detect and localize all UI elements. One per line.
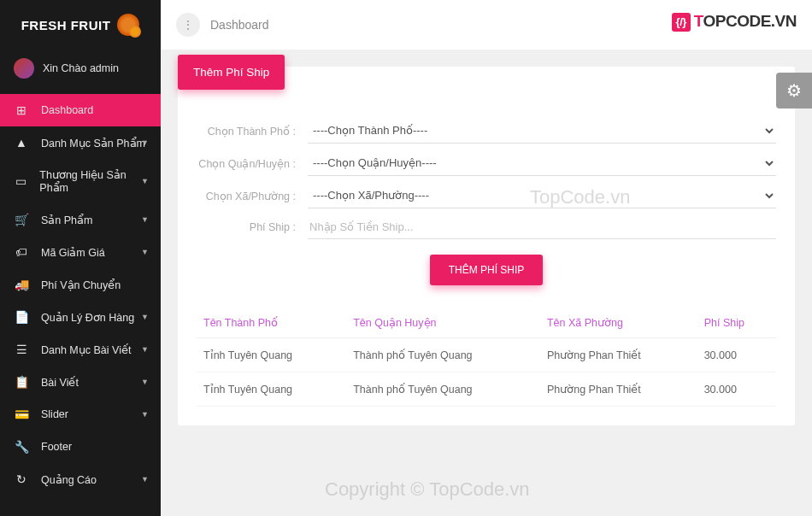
nav-icon: 📋 — [14, 375, 29, 389]
table-header: Tên Xã Phường — [540, 308, 697, 338]
topbar: ⋮ Dashboard {/}TOPCODE.VN — [161, 0, 812, 50]
sidebar-item-7[interactable]: ☰Danh Mục Bài Viết▼ — [0, 333, 161, 366]
nav-label: Danh Mục Bài Viết — [41, 343, 131, 356]
nav-label: Sản Phẩm — [41, 214, 92, 226]
brand-text: FRESH FRUIT — [21, 18, 111, 32]
nav-icon: ▲ — [14, 136, 29, 150]
table-row: Tỉnh Tuyên QuangThành phố Tuyên QuangPhư… — [197, 338, 776, 372]
chevron-down-icon: ▼ — [141, 138, 149, 147]
chevron-down-icon: ▼ — [141, 345, 149, 354]
ship-fee-input[interactable] — [308, 215, 776, 239]
sidebar-item-6[interactable]: 📄Quản Lý Đơn Hàng▼ — [0, 301, 161, 333]
sidebar-item-11[interactable]: ↻Quảng Cáo▼ — [0, 463, 161, 495]
nav-label: Bài Viết — [41, 376, 79, 389]
form: Chọn Thành Phố :----Chọn Thành Phố----Ch… — [197, 118, 776, 285]
card: Thêm Phí Ship Chọn Thành Phố :----Chọn T… — [178, 67, 795, 425]
table-cell: Tỉnh Tuyên Quang — [197, 338, 346, 372]
chevron-down-icon: ▼ — [141, 410, 149, 419]
nav-icon: 🚚 — [14, 278, 29, 291]
sidebar-item-2[interactable]: ▭Thương Hiệu Sản Phẩm▼ — [0, 159, 161, 203]
chevron-down-icon: ▼ — [141, 313, 149, 321]
chevron-down-icon: ▼ — [141, 378, 149, 386]
chevron-down-icon: ▼ — [141, 248, 149, 256]
table-cell: Tỉnh Tuyên Quang — [197, 372, 346, 407]
sidebar: FRESH FRUIT Xin Chào admin ⊞Dashboard▲Da… — [0, 0, 161, 516]
form-row: Chọn Thành Phố :----Chọn Thành Phố---- — [197, 118, 776, 144]
nav-label: Footer — [41, 441, 72, 453]
form-label: Chọn Xã/Phường : — [197, 190, 308, 202]
nav-icon: 💳 — [14, 408, 29, 421]
table-cell: 30.000 — [697, 338, 776, 372]
user-greeting: Xin Chào admin — [0, 50, 161, 87]
chevron-down-icon: ▼ — [141, 177, 149, 185]
nav-label: Danh Mục Sản Phẩm — [41, 137, 145, 150]
nav-label: Phí Vận Chuyển — [41, 279, 121, 291]
logo-text: OPCODE.VN — [703, 12, 797, 30]
nav-label: Dashboard — [41, 104, 93, 116]
table-header: Tên Thành Phố — [197, 308, 346, 338]
code-icon: {/} — [672, 13, 691, 32]
brand: FRESH FRUIT — [0, 0, 161, 50]
nav-label: Quảng Cáo — [41, 473, 97, 486]
page-title: Dashboard — [210, 18, 269, 32]
table-header: Tên Quận Huyện — [346, 308, 540, 338]
greeting-text: Xin Chào admin — [43, 62, 119, 74]
select-2[interactable]: ----Chọn Xã/Phường---- — [308, 183, 776, 208]
more-icon[interactable]: ⋮ — [176, 13, 200, 37]
select-0[interactable]: ----Chọn Thành Phố---- — [308, 118, 776, 144]
gear-icon[interactable]: ⚙ — [776, 73, 812, 108]
select-1[interactable]: ----Chọn Quận/Huyện---- — [308, 150, 776, 176]
table-cell: 30.000 — [697, 372, 776, 407]
sidebar-item-9[interactable]: 💳Slider▼ — [0, 398, 161, 431]
site-logo: {/}TOPCODE.VN — [672, 12, 797, 32]
nav-icon: 🏷 — [14, 245, 29, 259]
nav-icon: 🔧 — [14, 440, 29, 454]
avatar — [14, 58, 34, 79]
nav: ⊞Dashboard▲Danh Mục Sản Phẩm▼▭Thương Hiệ… — [0, 87, 161, 495]
sidebar-item-3[interactable]: 🛒Sản Phẩm▼ — [0, 203, 161, 236]
nav-label: Mã Giảm Giá — [41, 246, 105, 259]
nav-icon: 🛒 — [14, 213, 29, 226]
nav-icon: ↻ — [14, 472, 29, 486]
content: Thêm Phí Ship Chọn Thành Phố :----Chọn T… — [161, 50, 812, 516]
sidebar-item-8[interactable]: 📋Bài Viết▼ — [0, 366, 161, 398]
sidebar-item-4[interactable]: 🏷Mã Giảm Giá▼ — [0, 236, 161, 268]
form-label: Phí Ship : — [197, 221, 308, 233]
sidebar-item-5[interactable]: 🚚Phí Vận Chuyển — [0, 268, 161, 301]
nav-label: Quản Lý Đơn Hàng — [41, 311, 134, 324]
table-row: Tỉnh Tuyên QuangThành phố Tuyên QuangPhư… — [197, 372, 776, 407]
form-label: Chọn Quận/Huyện : — [197, 157, 308, 170]
table-cell: Thành phố Tuyên Quang — [346, 372, 540, 407]
sidebar-item-0[interactable]: ⊞Dashboard — [0, 94, 161, 126]
table-cell: Phường Phan Thiết — [540, 372, 697, 407]
sidebar-item-1[interactable]: ▲Danh Mục Sản Phẩm▼ — [0, 126, 161, 159]
table-header: Phí Ship — [697, 308, 776, 338]
table-cell: Phường Phan Thiết — [540, 338, 697, 372]
form-row: Chọn Xã/Phường :----Chọn Xã/Phường---- — [197, 183, 776, 208]
table-cell: Thành phố Tuyên Quang — [346, 338, 540, 372]
chevron-down-icon: ▼ — [141, 215, 149, 224]
nav-label: Slider — [41, 408, 68, 420]
nav-icon: ▭ — [14, 174, 27, 188]
nav-label: Thương Hiệu Sản Phẩm — [39, 168, 147, 194]
sidebar-item-10[interactable]: 🔧Footer — [0, 431, 161, 463]
nav-icon: ☰ — [14, 343, 29, 356]
chevron-down-icon: ▼ — [141, 475, 149, 484]
brand-logo-icon — [117, 14, 139, 36]
card-title: Thêm Phí Ship — [178, 55, 285, 90]
form-row: Phí Ship : — [197, 215, 776, 239]
submit-button[interactable]: THÊM PHÍ SHIP — [430, 255, 544, 285]
form-row: Chọn Quận/Huyện :----Chọn Quận/Huyện---- — [197, 150, 776, 176]
form-label: Chọn Thành Phố : — [197, 125, 308, 138]
shipping-table: Tên Thành PhốTên Quận HuyệnTên Xã Phường… — [197, 308, 776, 407]
nav-icon: ⊞ — [14, 103, 29, 117]
nav-icon: 📄 — [14, 310, 29, 324]
